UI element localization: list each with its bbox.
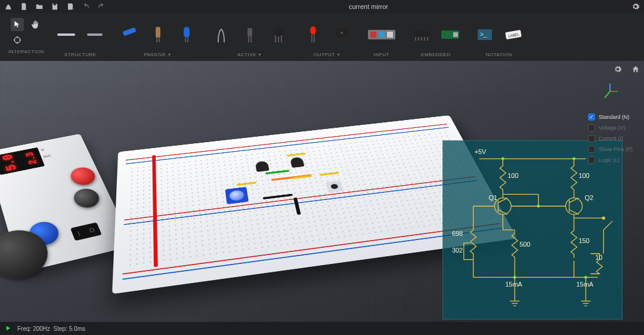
- view-settings-icon[interactable]: [613, 64, 623, 74]
- tool-jumper[interactable]: [85, 23, 105, 47]
- schematic-pot-bot: 302: [452, 247, 463, 254]
- schematic-r-load2: 10: [595, 254, 602, 261]
- svg-point-79: [513, 276, 516, 279]
- status-bar: Freq: 200Hz Step: 5.0ms: [0, 322, 644, 335]
- tool-group-label[interactable]: ACTIVE▼: [237, 50, 262, 61]
- schematic-pot-top: 698: [452, 230, 463, 237]
- undo-icon[interactable]: [81, 2, 91, 11]
- open-folder-icon[interactable]: [35, 2, 44, 11]
- svg-rect-10: [247, 28, 252, 36]
- schematic-q2-label: Q2: [584, 194, 593, 201]
- layer-toggle-logic[interactable]: Logic (L): [588, 156, 642, 164]
- checkbox-icon: [588, 146, 595, 153]
- checkbox-icon: [588, 156, 595, 164]
- tool-led[interactable]: [303, 23, 323, 47]
- tool-buzzer[interactable]: [332, 23, 352, 47]
- tool-group-embedded: EMBEDDED: [404, 13, 467, 61]
- tool-mcu-board[interactable]: [440, 23, 460, 47]
- tool-ic-chip[interactable]: [411, 23, 432, 47]
- tool-terminal[interactable]: >_: [475, 23, 495, 47]
- schematic-vcc-label: +5V: [475, 148, 487, 155]
- tool-inductor[interactable]: [148, 23, 168, 47]
- layer-toggle-standard[interactable]: Standard (N): [588, 113, 642, 121]
- psu-power-switch[interactable]: | O: [70, 222, 102, 241]
- svg-line-60: [603, 221, 612, 230]
- menu-left-group: [4, 2, 106, 11]
- svg-point-17: [310, 26, 316, 35]
- schematic-r-mid: 500: [519, 241, 530, 248]
- tool-group-output: OUTPUT▼: [296, 13, 359, 61]
- svg-rect-33: [453, 32, 458, 37]
- svg-text:>_: >_: [480, 31, 487, 38]
- schematic-q1-label: Q1: [488, 194, 497, 201]
- tool-group-active: ACTIVE▼: [204, 13, 296, 61]
- tool-transistor[interactable]: [268, 23, 289, 47]
- tool-diode[interactable]: [211, 23, 231, 47]
- tool-transistor-small[interactable]: [240, 23, 260, 47]
- svg-point-80: [584, 276, 587, 279]
- tool-resistor[interactable]: [119, 23, 140, 47]
- tool-select-arrow[interactable]: [11, 18, 24, 31]
- menu-bar: current mirror: [0, 0, 644, 13]
- schematic-overlay[interactable]: +5V 100 100 Q1 Q2 698 302 500 150 10 15m…: [442, 140, 623, 319]
- layer-toggle-current[interactable]: Current (I): [588, 135, 642, 142]
- tool-label[interactable]: LABEL: [503, 23, 524, 47]
- tool-group-label: INTERACTION: [8, 47, 44, 58]
- tool-group-label[interactable]: PASSIVE▼: [144, 50, 172, 61]
- tool-target[interactable]: [11, 33, 24, 47]
- layer-toggle-pins[interactable]: Show Pins (P): [588, 146, 642, 153]
- axis-gizmo[interactable]: [601, 82, 619, 100]
- component-toolbar: INTERACTION STRUCTURE PASSIVE▼ ACTIVE▼ O…: [0, 13, 644, 61]
- tool-group-input: INPUT: [359, 13, 404, 61]
- tool-group-label: NOTATION: [486, 50, 512, 61]
- viewport-hud: [613, 64, 640, 74]
- schematic-i-right: 15mA: [577, 281, 594, 288]
- schematic-r-top-right: 100: [578, 172, 589, 179]
- tool-group-structure: STRUCTURE: [49, 13, 112, 61]
- checkbox-icon: [588, 124, 595, 131]
- tool-wire[interactable]: [56, 23, 76, 47]
- tool-group-interaction: INTERACTION: [4, 13, 49, 61]
- svg-point-0: [14, 37, 20, 42]
- new-file-icon[interactable]: [19, 2, 29, 11]
- svg-point-77: [572, 157, 575, 160]
- tool-group-label: EMBEDDED: [421, 50, 450, 61]
- schematic-r-top-left: 100: [507, 172, 518, 179]
- svg-line-83: [605, 91, 610, 98]
- psu-terminal-negative[interactable]: [71, 186, 103, 210]
- save-icon[interactable]: [50, 2, 60, 11]
- document-title: current mirror: [349, 3, 388, 10]
- svg-rect-4: [156, 27, 160, 38]
- svg-rect-24: [379, 32, 385, 38]
- tool-group-passive: PASSIVE▼: [112, 13, 204, 61]
- svg-rect-23: [370, 32, 376, 38]
- psu-voltage-readout: 5.0: [0, 153, 21, 173]
- settings-icon[interactable]: [631, 2, 640, 11]
- tool-capacitor[interactable]: [177, 23, 197, 47]
- save-as-icon[interactable]: [66, 2, 75, 11]
- svg-rect-25: [387, 32, 393, 38]
- component-push-button[interactable]: [326, 180, 344, 193]
- tool-group-label: STRUCTURE: [64, 50, 97, 61]
- app-icon[interactable]: [4, 2, 13, 11]
- svg-rect-3: [122, 27, 136, 36]
- svg-rect-1: [57, 33, 75, 36]
- tool-switch-module[interactable]: [366, 23, 397, 47]
- svg-point-78: [537, 205, 540, 208]
- tool-group-label: INPUT: [373, 50, 389, 61]
- play-button[interactable]: [5, 325, 11, 333]
- schematic-r-load1: 150: [578, 237, 589, 244]
- layer-toggle-voltage[interactable]: Voltage (V): [588, 124, 642, 131]
- psu-current-unit: mA: [43, 153, 52, 159]
- component-potentiometer[interactable]: [225, 187, 249, 204]
- home-view-icon[interactable]: [631, 64, 640, 74]
- svg-rect-26: [414, 31, 429, 37]
- viewport-3d[interactable]: 5.0 2.3 V mA | O: [0, 61, 644, 322]
- psu-display: 5.0 2.3: [0, 147, 45, 175]
- psu-terminal-positive[interactable]: [68, 165, 98, 187]
- tool-group-label[interactable]: OUTPUT▼: [314, 50, 340, 61]
- svg-point-13: [273, 27, 284, 36]
- checkbox-icon: [588, 113, 595, 121]
- tool-hand[interactable]: [29, 18, 42, 31]
- redo-icon[interactable]: [97, 2, 106, 11]
